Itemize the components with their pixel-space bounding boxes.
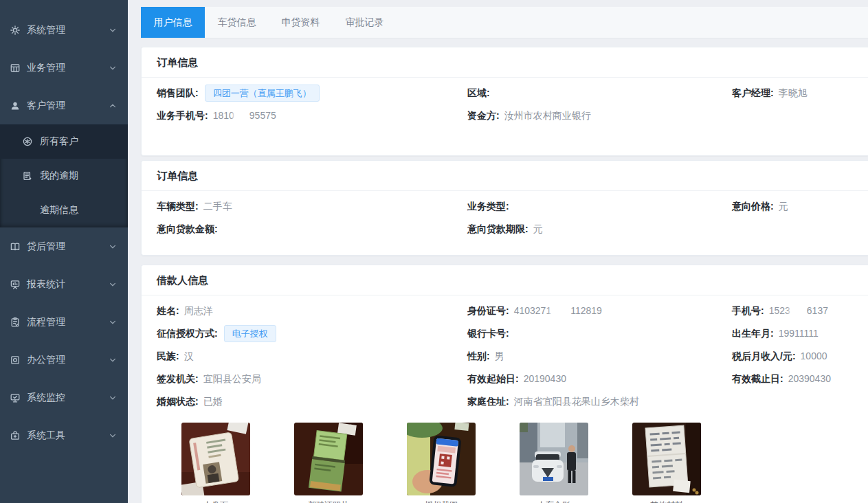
sidebar-item-all-customers[interactable]: 所有客户 [0, 124, 128, 159]
field-value: 周志洋 [184, 305, 213, 316]
sidebar-item-system-tools[interactable]: 系统工具 [0, 416, 128, 454]
chevron-up-icon [109, 102, 117, 110]
open-book-icon [10, 241, 21, 252]
chevron-down-icon [109, 356, 117, 364]
tab-approval-records[interactable]: 审批记录 [333, 7, 397, 38]
card-title: 订单信息 [142, 161, 868, 191]
field-sales-team: 销售团队:四团一营（直属王鹏飞） [157, 85, 467, 102]
sidebar-item-label: 办公管理 [27, 354, 65, 366]
attachment-label: 人车合影 [520, 500, 588, 503]
sidebar-item-report-statistics[interactable]: 报表统计 [0, 265, 128, 303]
field-row: 销售团队:四团一营（直属王鹏飞） 区域: 客户经理:李晓旭 [142, 82, 868, 104]
sidebar-item-office-management[interactable]: 办公管理 [0, 341, 128, 379]
chevron-down-icon [109, 318, 117, 326]
sidebar-item-label: 流程管理 [27, 316, 65, 328]
field-region: 区域: [467, 87, 732, 100]
attachment-labels: 人像面 驾驶证照片 授权截图 人车合影 其他材料 [157, 500, 701, 503]
field-label: 有效起始日: [467, 373, 519, 384]
field-funder: 资金方:汝州市农村商业银行 [467, 109, 732, 122]
field-value: 15236137 [769, 305, 828, 316]
clipboard-icon [10, 317, 21, 328]
chart-board-icon [10, 279, 21, 290]
sidebar-item-post-loan-management[interactable]: 贷后管理 [0, 227, 128, 265]
field-label: 家庭住址: [467, 396, 509, 407]
field-row: 业务手机号:181095575 资金方:汝州市农村商业银行 [142, 104, 868, 127]
sales-team-tag[interactable]: 四团一营（直属王鹏飞） [205, 85, 320, 102]
field-label: 销售团队: [157, 87, 199, 98]
field-value: 河南省宜阳县花果山乡木柴村 [514, 396, 639, 407]
order-info-card-2: 订单信息 车辆类型:二手车 业务类型: 意向价格:元 意向贷款金额: 意向贷款期… [141, 160, 868, 256]
field-row: 征信授权方式:电子授权 银行卡号: 出生年月:19911111 [142, 322, 868, 345]
attachment-label: 授权截图 [407, 500, 476, 503]
field-ethnicity: 民族:汉 [157, 350, 467, 363]
main-content: 用户信息 车贷信息 申贷资料 审批记录 订单信息 销售团队:四团一营（直属王鹏飞… [128, 0, 868, 503]
tab-car-loan-info[interactable]: 车贷信息 [205, 7, 269, 38]
attachment-label: 驾驶证照片 [294, 500, 363, 503]
field-label: 意向价格: [732, 201, 774, 212]
toolbox-icon [10, 430, 21, 441]
tab-user-info[interactable]: 用户信息 [141, 7, 205, 38]
field-label: 银行卡号: [467, 328, 509, 339]
sidebar-item-system-monitor[interactable]: 系统监控 [0, 379, 128, 416]
field-value: 19911111 [779, 328, 819, 339]
field-value: 汉 [184, 350, 194, 361]
field-intended-loan-term: 意向贷款期限:元 [467, 223, 732, 236]
field-issuing-authority: 签发机关:宜阳县公安局 [157, 372, 467, 385]
field-name: 姓名:周志洋 [157, 304, 467, 317]
field-value: 20390430 [788, 373, 831, 384]
field-valid-to: 有效截止日:20390430 [732, 372, 868, 385]
sidebar-item-label: 系统监控 [27, 392, 65, 404]
field-label: 资金方: [467, 110, 500, 121]
field-label: 有效截止日: [732, 373, 783, 384]
field-label: 手机号: [732, 305, 764, 316]
sidebar-item-my-overdue[interactable]: 我的逾期 [0, 159, 128, 193]
sidebar-item-label: 系统管理 [27, 24, 65, 36]
field-monthly-income: 税后月收入/元:10000 [732, 350, 868, 363]
field-label: 签发机关: [157, 373, 199, 384]
borrower-info-card: 借款人信息 姓名:周志洋 身份证号:4103271112819 手机号:1523… [141, 265, 868, 503]
sidebar-item-label: 逾期信息 [40, 204, 78, 216]
attachment-label: 人像面 [181, 500, 250, 503]
field-value: 男 [495, 350, 504, 361]
sidebar-item-process-management[interactable]: 流程管理 [0, 303, 128, 341]
user-icon [10, 100, 21, 111]
sidebar-item-business-management[interactable]: 业务管理 [0, 49, 128, 87]
sidebar-item-system-management[interactable]: 系统管理 [0, 11, 128, 49]
field-label: 业务手机号: [157, 110, 208, 121]
field-vehicle-type: 车辆类型:二手车 [157, 200, 467, 213]
field-label: 民族: [157, 350, 179, 361]
credit-auth-tag[interactable]: 电子授权 [224, 325, 276, 342]
field-bank-card-number: 银行卡号: [467, 327, 732, 340]
attachment-thumbnail-id-card-front[interactable] [181, 423, 250, 495]
chevron-down-icon [109, 394, 117, 402]
sidebar-item-customer-management[interactable]: 客户管理 [0, 87, 128, 124]
attachment-thumbnail-green-booklet[interactable] [294, 423, 363, 495]
sidebar-submenu-customer: 所有客户 我的逾期 逾期信息 [0, 124, 128, 227]
field-row: 姓名:周志洋 身份证号:4103271112819 手机号:15236137 [142, 300, 868, 322]
field-birth-date: 出生年月:19911111 [732, 327, 868, 340]
field-label: 业务类型: [467, 201, 509, 212]
chevron-down-icon [109, 64, 117, 72]
field-value: 李晓旭 [779, 87, 808, 98]
sidebar-item-label: 贷后管理 [27, 241, 65, 253]
sidebar: 系统管理 业务管理 客户管理 所有客户 [0, 0, 128, 503]
sidebar-item-overdue-info[interactable]: 逾期信息 [0, 193, 128, 227]
tab-loan-application-docs[interactable]: 申贷资料 [269, 7, 333, 38]
card-title: 订单信息 [142, 47, 868, 78]
field-business-phone: 业务手机号:181095575 [157, 109, 467, 122]
attachment-thumbnail-phone-qr[interactable] [407, 423, 476, 495]
field-value: 20190430 [524, 373, 566, 384]
attachment-thumbnail-person-with-car[interactable] [520, 423, 588, 495]
attachment-thumbnail-handwritten-document[interactable] [632, 423, 701, 495]
sidebar-item-label: 客户管理 [27, 100, 65, 112]
field-value: 10000 [801, 350, 827, 361]
field-label: 出生年月: [732, 328, 774, 339]
field-marital-status: 婚姻状态:已婚 [157, 395, 467, 408]
field-intended-price: 意向价格:元 [732, 200, 868, 213]
circle-asterisk-icon [22, 136, 33, 147]
field-label: 征信授权方式: [157, 328, 218, 339]
field-id-number: 身份证号:4103271112819 [467, 304, 732, 317]
field-gender: 性别:男 [467, 350, 732, 363]
notebook-icon [22, 170, 33, 181]
field-value: 已婚 [203, 396, 223, 407]
